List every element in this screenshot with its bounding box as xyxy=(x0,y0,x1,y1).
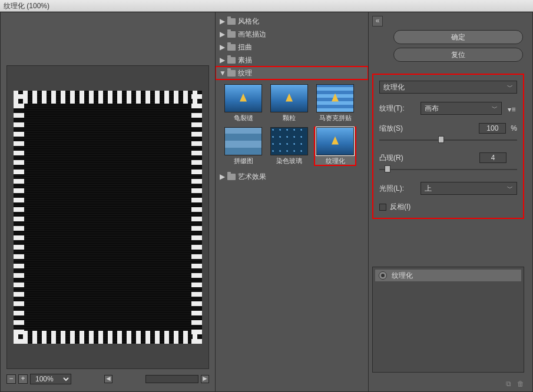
thumb-patchwork[interactable]: 拼缀图 xyxy=(223,127,264,165)
category-texture[interactable]: ▼ 纹理 xyxy=(216,67,368,79)
chevron-down-icon: ﹀ xyxy=(507,184,513,192)
texture-flyout-button[interactable]: ▾≡ xyxy=(506,105,517,111)
settings-pane: « 确定 复位 纹理化 ﹀ 纹理(T): 画布 ﹀ ▾≡ xyxy=(369,12,532,391)
relief-label: 凸现(R) xyxy=(379,153,475,163)
category-label: 画笔描边 xyxy=(238,29,266,39)
texture-select-value: 画布 xyxy=(425,104,439,114)
preview-image xyxy=(14,91,202,344)
thumb-image xyxy=(224,127,262,155)
ok-button[interactable]: 确定 xyxy=(393,30,523,44)
scroll-left-button[interactable]: ◄ xyxy=(104,375,112,383)
thumb-stained-glass[interactable]: 染色玻璃 xyxy=(269,127,310,165)
category-label: 素描 xyxy=(238,55,252,65)
thumb-mosaic[interactable]: 马赛克拼贴 xyxy=(314,84,356,122)
thumb-craquelure[interactable]: 龟裂缝 xyxy=(223,84,264,122)
collapse-button[interactable]: « xyxy=(372,16,383,26)
filter-select[interactable]: 纹理化 ﹀ xyxy=(379,81,517,94)
category-label: 纹理 xyxy=(238,68,252,78)
folder-icon xyxy=(227,57,236,64)
dialog-buttons: 确定 复位 xyxy=(393,30,523,62)
light-label: 光照(L): xyxy=(379,184,416,194)
category-distort[interactable]: ▶ 扭曲 xyxy=(216,41,368,54)
chevron-down-icon: ▼ xyxy=(219,69,225,77)
effect-layer-row[interactable]: 纹理化 xyxy=(375,270,521,281)
scaling-input[interactable] xyxy=(479,123,506,134)
preview-pane: − + 100% ◄ ► xyxy=(1,12,216,391)
thumb-image xyxy=(316,127,354,155)
texture-label: 纹理(T): xyxy=(379,104,416,114)
percent-label: % xyxy=(511,124,517,132)
relief-input[interactable] xyxy=(479,152,506,163)
chevron-down-icon: ﹀ xyxy=(492,104,498,112)
folder-icon xyxy=(227,31,236,38)
folder-icon xyxy=(227,174,236,180)
effect-layers: 纹理化 xyxy=(372,267,524,373)
folder-icon xyxy=(227,44,236,51)
light-select[interactable]: 上 ﹀ xyxy=(421,182,517,195)
visibility-eye-icon[interactable] xyxy=(379,271,387,280)
delete-effect-layer-button[interactable]: 🗑 xyxy=(517,380,524,388)
folder-icon xyxy=(227,18,236,25)
preview-canvas xyxy=(6,65,209,369)
thumb-label: 拼缀图 xyxy=(234,157,253,165)
invert-checkbox[interactable] xyxy=(379,204,386,211)
relief-slider[interactable] xyxy=(379,165,517,174)
window-title: 纹理化 (100%) xyxy=(0,0,533,12)
chevron-right-icon: ▶ xyxy=(219,30,225,38)
category-brush-strokes[interactable]: ▶ 画笔描边 xyxy=(216,28,368,41)
new-effect-layer-button[interactable]: ⧉ xyxy=(506,380,511,388)
category-label: 风格化 xyxy=(238,16,259,26)
invert-label: 反相(I) xyxy=(390,202,410,212)
chevron-right-icon: ▶ xyxy=(219,17,225,25)
folder-icon xyxy=(227,70,236,77)
h-scrollbar[interactable] xyxy=(145,375,198,383)
thumb-label: 颗粒 xyxy=(283,114,296,122)
effect-layer-label: 纹理化 xyxy=(392,271,413,281)
texture-select[interactable]: 画布 ﹀ xyxy=(421,102,502,115)
scaling-slider[interactable] xyxy=(379,136,517,144)
chevron-right-icon: ▶ xyxy=(219,43,225,51)
filter-select-value: 纹理化 xyxy=(383,82,405,92)
thumb-label: 纹理化 xyxy=(326,157,345,165)
scaling-label: 缩放(S) xyxy=(379,124,474,134)
scroll-right-button[interactable]: ► xyxy=(201,375,209,383)
zoom-combo[interactable]: 100% xyxy=(30,374,71,384)
filter-params: 纹理化 ﹀ 纹理(T): 画布 ﹀ ▾≡ 缩放(S) % xyxy=(372,74,524,219)
light-select-value: 上 xyxy=(425,184,432,194)
thumb-texturizer[interactable]: 纹理化 xyxy=(314,127,356,165)
thumb-image xyxy=(316,84,354,112)
category-label: 艺术效果 xyxy=(238,172,266,182)
zoom-in-button[interactable]: + xyxy=(18,374,28,384)
chevron-right-icon: ▶ xyxy=(219,172,225,181)
category-sketch[interactable]: ▶ 素描 xyxy=(216,54,368,67)
texture-thumbs: 龟裂缝 颗粒 马赛克拼贴 拼缀图 染色玻璃 xyxy=(216,79,368,170)
category-artistic[interactable]: ▶ 艺术效果 xyxy=(216,170,368,183)
filter-gallery: ▶ 风格化 ▶ 画笔描边 ▶ 扭曲 ▶ 素描 ▼ 纹理 xyxy=(216,12,369,391)
cancel-button[interactable]: 复位 xyxy=(393,48,523,62)
chevron-down-icon: ﹀ xyxy=(507,83,513,91)
category-label: 扭曲 xyxy=(238,42,252,52)
thumb-image xyxy=(224,84,262,112)
thumb-label: 染色玻璃 xyxy=(276,157,302,165)
thumb-label: 龟裂缝 xyxy=(234,114,253,122)
zoom-toolbar: − + 100% ◄ ► xyxy=(6,373,209,386)
zoom-out-button[interactable]: − xyxy=(6,374,16,384)
thumb-image xyxy=(270,84,308,112)
chevron-right-icon: ▶ xyxy=(219,56,225,64)
thumb-image xyxy=(270,127,308,155)
thumb-label: 马赛克拼贴 xyxy=(319,114,352,122)
category-stylize[interactable]: ▶ 风格化 xyxy=(216,15,368,28)
thumb-grain[interactable]: 颗粒 xyxy=(269,84,310,122)
